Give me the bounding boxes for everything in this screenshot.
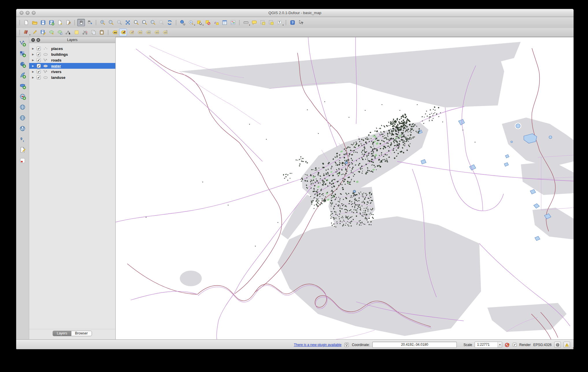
toggle-editing-button[interactable] — [31, 29, 38, 36]
move-feature-button[interactable] — [56, 29, 64, 36]
add-wms-layer-button[interactable] — [18, 103, 27, 112]
save-project-button[interactable] — [39, 19, 47, 26]
zoom-last-button[interactable] — [149, 19, 157, 26]
edit-pencil-icon — [32, 29, 38, 35]
panel-close-icon[interactable]: × — [31, 38, 35, 42]
move-label-button[interactable]: abc — [136, 29, 144, 36]
expand-arrow-icon[interactable]: ▶ — [32, 59, 35, 62]
zoom-out-button[interactable] — [107, 19, 115, 26]
layer-item-buildings[interactable]: ▶ ✓ buildings — [29, 51, 115, 57]
title-bar[interactable]: QGIS 2.0.1-Dufour - basic_map — [16, 9, 574, 17]
remove-layer-button[interactable] — [18, 157, 27, 165]
pan-to-selection-button[interactable] — [86, 19, 93, 26]
new-project-button[interactable] — [22, 19, 30, 26]
expand-arrow-icon[interactable]: ▶ — [32, 53, 35, 56]
field-calculator-button[interactable] — [229, 19, 237, 26]
crs-status-button[interactable] — [554, 342, 561, 348]
layer-visibility-checkbox[interactable]: ✓ — [37, 70, 41, 74]
open-attribute-table-button[interactable] — [221, 19, 228, 26]
measure-line-button[interactable]: ▾ — [242, 19, 250, 26]
save-project-as-button[interactable] — [47, 19, 55, 26]
show-bookmarks-button[interactable] — [267, 19, 275, 26]
add-delimited-text-layer-button[interactable]: 9, — [18, 135, 27, 144]
render-checkbox[interactable]: ✓ — [513, 343, 517, 347]
zoom-in-button[interactable] — [99, 19, 106, 26]
add-spatialite-layer-button[interactable] — [18, 71, 27, 80]
expand-arrow-icon[interactable]: ▶ — [32, 70, 35, 73]
zoom-full-button[interactable] — [124, 19, 132, 26]
copy-features-button[interactable] — [89, 29, 97, 36]
add-vector-layer-button[interactable] — [18, 39, 27, 48]
label-properties-button[interactable]: abc — [161, 29, 169, 36]
add-postgis-layer-button[interactable] — [18, 61, 27, 69]
deselect-icon — [205, 20, 211, 25]
toolbar-drag-handle — [19, 30, 20, 35]
highlight-pinned-labels-button[interactable]: ab — [127, 29, 135, 36]
coordinate-field[interactable]: 20.4192,-34.0180 — [372, 342, 457, 348]
refresh-map-button[interactable] — [166, 19, 173, 26]
add-wcs-layer-button[interactable] — [18, 114, 27, 123]
save-layer-edits-button[interactable] — [39, 29, 47, 36]
pin-unpin-labels-button[interactable]: ab — [119, 29, 127, 36]
close-window-button[interactable] — [20, 11, 23, 15]
zoom-window-button[interactable] — [32, 11, 36, 15]
zoom-to-layer-button[interactable] — [140, 19, 148, 26]
map-tips-button[interactable] — [250, 19, 258, 26]
layer-item-landuse[interactable]: ▶ ✓ landuse — [29, 75, 115, 80]
help-contents-button[interactable]: ? — [289, 19, 296, 26]
expand-arrow-icon[interactable]: ▶ — [32, 47, 35, 50]
change-label-button[interactable]: abc — [153, 29, 160, 36]
log-messages-button[interactable] — [563, 342, 570, 348]
layer-visibility-checkbox[interactable]: ✓ — [37, 75, 41, 79]
pan-map-button[interactable] — [77, 19, 85, 26]
layer-visibility-checkbox[interactable]: ✓ — [37, 52, 41, 56]
expand-arrow-icon[interactable]: ▶ — [32, 65, 35, 67]
layer-item-water[interactable]: ▶ ✓ water — [29, 63, 115, 69]
node-tool-button[interactable] — [64, 29, 72, 36]
rotate-label-button[interactable]: abc — [144, 29, 152, 36]
new-bookmark-button[interactable] — [259, 19, 267, 26]
select-features-button[interactable]: ▾ — [195, 19, 203, 26]
open-project-button[interactable] — [31, 19, 38, 26]
stop-render-icon[interactable] — [505, 342, 510, 347]
layer-visibility-checkbox[interactable]: ✓ — [37, 64, 41, 68]
add-oracle-layer-button[interactable] — [18, 93, 27, 101]
expand-arrow-icon[interactable]: ▶ — [32, 76, 35, 79]
layer-item-places[interactable]: ▶ ✓ places — [29, 46, 115, 51]
paste-features-button[interactable] — [98, 29, 106, 36]
deselect-features-button[interactable] — [204, 19, 212, 26]
new-shapefile-layer-button[interactable]: ▾ — [18, 146, 27, 155]
delete-selected-button[interactable] — [73, 29, 80, 36]
layer-item-rivers[interactable]: ▶ ✓ rivers — [29, 69, 115, 75]
new-print-composer-button[interactable] — [56, 19, 64, 26]
zoom-native-button[interactable]: 1:1 — [115, 19, 123, 26]
add-raster-layer-button[interactable] — [18, 50, 27, 59]
add-wfs-layer-button[interactable] — [18, 125, 27, 133]
chevron-down-icon[interactable]: ▾ — [498, 342, 502, 347]
identify-features-button[interactable]: i — [179, 19, 186, 26]
plugin-icon[interactable] — [344, 342, 349, 347]
scale-combo[interactable]: 1:22771 ▾ — [475, 342, 502, 348]
tab-browser[interactable]: Browser — [71, 331, 92, 336]
add-feature-button[interactable] — [47, 29, 55, 36]
composer-manager-button[interactable] — [64, 19, 72, 26]
new-plugin-link[interactable]: There is a new plugin available — [294, 343, 341, 347]
cut-features-button[interactable] — [81, 29, 89, 36]
labeling-options-button[interactable]: abc — [111, 29, 119, 36]
current-edits-button[interactable]: ▾ — [22, 29, 30, 36]
zoom-next-button[interactable] — [157, 19, 165, 26]
select-by-expression-button[interactable]: ε — [212, 19, 220, 26]
layer-visibility-checkbox[interactable]: ✓ — [37, 58, 41, 62]
layer-item-roads[interactable]: ▶ ✓ roads — [29, 57, 115, 63]
panel-float-icon[interactable] — [36, 38, 40, 42]
layers-panel-header[interactable]: × Layers — [29, 37, 115, 43]
add-mssql-layer-button[interactable] — [18, 82, 27, 91]
minimize-window-button[interactable] — [26, 11, 29, 15]
text-annotation-button[interactable]: T▾ — [275, 19, 283, 26]
run-feature-action-button[interactable]: ▾ — [187, 19, 195, 26]
layer-visibility-checkbox[interactable]: ✓ — [37, 46, 41, 51]
tab-layers[interactable]: Layers — [53, 331, 71, 336]
whats-this-button[interactable]: ? — [297, 19, 305, 26]
map-canvas[interactable] — [116, 37, 574, 339]
zoom-to-selection-button[interactable] — [132, 19, 140, 26]
